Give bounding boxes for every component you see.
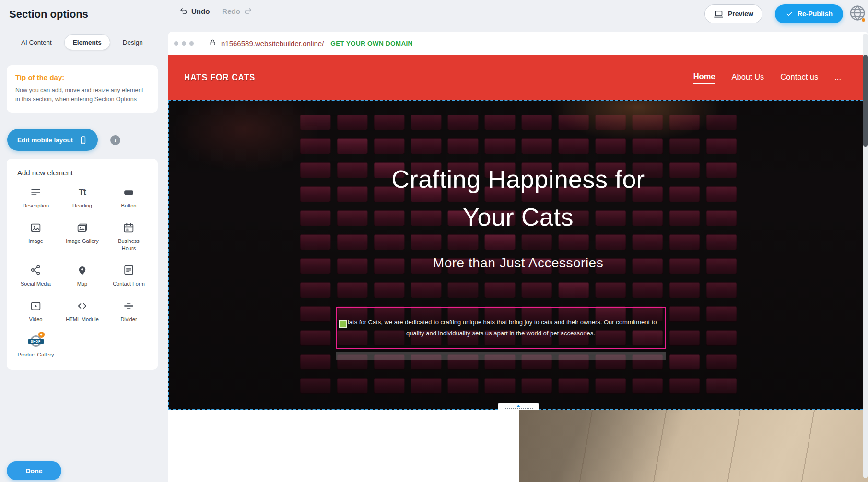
- tile: [706, 306, 737, 322]
- edit-mobile-layout-button[interactable]: Edit mobile layout: [7, 129, 98, 151]
- element-button[interactable]: Button: [106, 185, 151, 209]
- tab-design[interactable]: Design: [114, 34, 152, 50]
- undo-redo-group: Undo Redo: [179, 7, 252, 15]
- tile: [595, 282, 626, 298]
- tile: [669, 378, 700, 394]
- tile: [632, 115, 663, 130]
- dotted-line: [504, 408, 533, 409]
- nav-home[interactable]: Home: [693, 72, 716, 84]
- selected-text-element[interactable]: Hats for Cats, we are dedicated to craft…: [336, 307, 666, 349]
- tile: [706, 378, 737, 394]
- site-logo[interactable]: HATS FOR CATS: [184, 72, 255, 83]
- scrollbar-thumb[interactable]: [863, 55, 868, 147]
- sidebar: AI Content Elements Design Tip of the da…: [0, 28, 168, 482]
- tile: [374, 138, 404, 154]
- redo-button[interactable]: Redo: [222, 7, 252, 15]
- element-map[interactable]: Map: [60, 264, 105, 287]
- tile: [411, 378, 441, 394]
- tile: [374, 282, 404, 298]
- element-heading[interactable]: Tt Heading: [60, 185, 105, 209]
- tile: [521, 378, 552, 394]
- business-hours-icon: [123, 221, 135, 234]
- tile: [558, 115, 589, 130]
- tile: [632, 378, 663, 394]
- tile: [337, 138, 367, 154]
- redo-label: Redo: [222, 7, 240, 15]
- tip-title: Tip of the day:: [15, 73, 149, 81]
- element-business-hours[interactable]: Business Hours: [106, 221, 151, 252]
- site-url: n1566589.websitebuilder.online/: [221, 39, 324, 47]
- tile: [669, 306, 700, 322]
- tile: [595, 138, 626, 154]
- element-product-gallery[interactable]: + SHOP Product Gallery: [13, 334, 58, 358]
- shop-plus-badge: +: [38, 332, 45, 338]
- tile: [706, 330, 737, 346]
- undo-button[interactable]: Undo: [179, 7, 210, 15]
- page-title: Section options: [9, 8, 88, 21]
- laptop-icon: [714, 9, 724, 19]
- element-contact-form[interactable]: Contact Form: [106, 264, 151, 287]
- hero-section[interactable]: Crafting Happiness for Your Cats More th…: [168, 100, 868, 410]
- element-html-module[interactable]: HTML Module: [60, 299, 105, 322]
- language-globe-button[interactable]: [847, 3, 868, 24]
- hero-subtitle[interactable]: More than Just Accessories: [169, 255, 867, 271]
- shop-ribbon: SHOP: [28, 339, 44, 344]
- window-dots: [174, 41, 194, 46]
- tile: [300, 306, 330, 322]
- republish-label: Re-Publish: [798, 10, 833, 18]
- hero-title[interactable]: Crafting Happiness for Your Cats: [169, 161, 867, 236]
- tile: [374, 115, 404, 130]
- tile: [521, 115, 552, 130]
- tab-elements[interactable]: Elements: [64, 34, 110, 50]
- site-header: HATS FOR CATS Home About Us Contact us .…: [168, 55, 868, 100]
- nav-more[interactable]: ...: [834, 72, 841, 83]
- republish-button[interactable]: Re-Publish: [775, 4, 843, 23]
- video-icon: [30, 299, 42, 312]
- info-icon[interactable]: [110, 135, 120, 145]
- element-social-media[interactable]: Social Media: [13, 264, 58, 287]
- tile: [706, 282, 737, 298]
- add-element-title: Add new element: [17, 169, 151, 177]
- tile: [558, 378, 589, 394]
- scrollbar[interactable]: [863, 34, 868, 478]
- mobile-layout-row: Edit mobile layout: [7, 129, 120, 151]
- topbar-actions: Preview Re-Publish: [704, 4, 843, 23]
- element-video[interactable]: Video: [13, 299, 58, 322]
- element-image-gallery[interactable]: Image Gallery: [60, 221, 105, 252]
- tile: [300, 282, 330, 298]
- tile: [447, 378, 478, 394]
- done-button[interactable]: Done: [7, 461, 61, 480]
- code-icon: [76, 299, 88, 312]
- tile: [706, 138, 737, 154]
- tile: [337, 115, 367, 130]
- element-image[interactable]: Image: [13, 221, 58, 252]
- preview-button[interactable]: Preview: [704, 4, 762, 23]
- tip-body: Now you can add, move and resize any ele…: [15, 86, 149, 104]
- undo-icon: [179, 7, 188, 15]
- app: Section options Undo Redo Preview Re-Pub…: [0, 0, 868, 482]
- tile: [521, 282, 552, 298]
- element-drag-handle[interactable]: [339, 320, 347, 328]
- tile: [706, 115, 737, 130]
- tile: [374, 378, 404, 394]
- nav-about-us[interactable]: About Us: [731, 72, 764, 83]
- element-description[interactable]: Description: [13, 185, 58, 209]
- tile: [669, 115, 700, 130]
- tile: [521, 138, 552, 154]
- tile: [558, 138, 589, 154]
- edit-mobile-label: Edit mobile layout: [17, 137, 73, 144]
- tile: [300, 378, 330, 394]
- tile: [300, 138, 330, 154]
- tile: [411, 138, 441, 154]
- nav-contact-us[interactable]: Contact us: [780, 72, 818, 83]
- sidebar-divider: [9, 448, 158, 448]
- divider-icon: [123, 299, 135, 312]
- sidebar-tabs: AI Content Elements Design: [12, 34, 152, 50]
- element-divider[interactable]: Divider: [106, 299, 151, 322]
- tab-ai-content[interactable]: AI Content: [12, 34, 60, 50]
- tile: [300, 330, 330, 346]
- tile: [632, 282, 663, 298]
- lock-icon: [209, 38, 216, 48]
- tile: [447, 138, 478, 154]
- get-domain-link[interactable]: GET YOUR OWN DOMAIN: [330, 40, 412, 47]
